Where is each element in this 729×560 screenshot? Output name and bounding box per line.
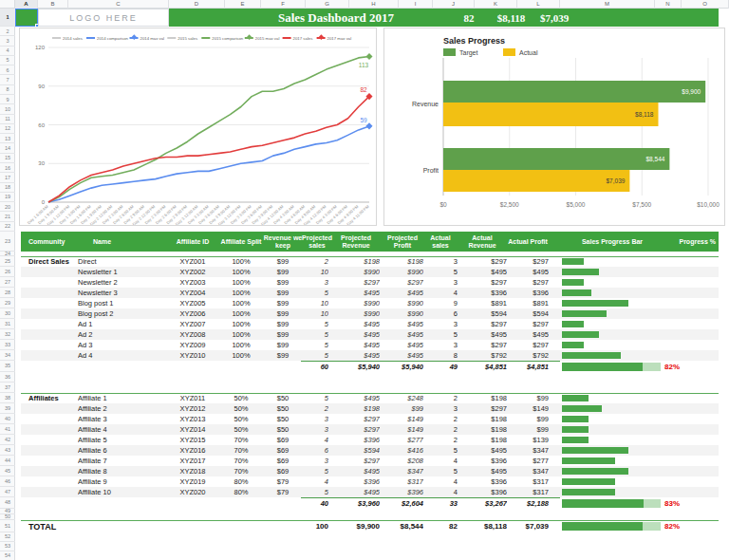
cell-aprofit[interactable]: $297 bbox=[507, 319, 549, 329]
cell-psales[interactable]: 4 bbox=[301, 435, 328, 445]
selected-cell-a1[interactable] bbox=[15, 9, 38, 27]
cell-progress-bar[interactable] bbox=[562, 308, 663, 319]
total-label[interactable]: TOTAL bbox=[21, 520, 84, 532]
cell-progress-bar[interactable] bbox=[562, 288, 663, 298]
row-header-10[interactable]: 10 bbox=[0, 104, 15, 114]
cell-id[interactable]: XYZ004 bbox=[171, 288, 215, 298]
cell-split[interactable]: 50% bbox=[221, 393, 261, 403]
cell-aprofit[interactable]: $594 bbox=[507, 308, 549, 319]
cell-name[interactable]: Affiliate 9 bbox=[78, 476, 169, 487]
cell-aprofit[interactable]: $99 bbox=[507, 414, 549, 424]
cell-aprofit[interactable]: $495 bbox=[507, 267, 549, 277]
cell-id[interactable]: XYZ006 bbox=[171, 308, 215, 319]
cell-split[interactable]: 50% bbox=[221, 403, 261, 414]
cell-asales[interactable]: 2 bbox=[423, 393, 458, 403]
cell-psales[interactable]: 3 bbox=[301, 424, 328, 435]
cell-keep[interactable]: $99 bbox=[263, 319, 303, 329]
column-header-m[interactable]: M bbox=[560, 0, 655, 9]
cell-asales[interactable]: 82 bbox=[423, 520, 458, 532]
cell-keep[interactable]: $99 bbox=[263, 256, 303, 267]
cell-aprofit[interactable]: $792 bbox=[507, 350, 549, 361]
row-header-11[interactable]: 11 bbox=[0, 115, 15, 124]
cell-prev[interactable]: $396 bbox=[328, 476, 380, 487]
cell-id[interactable]: XYZ001 bbox=[171, 256, 215, 267]
cell-asales[interactable]: 3 bbox=[423, 256, 458, 267]
column-header-f[interactable]: F bbox=[261, 0, 306, 9]
cell-pprofit[interactable]: $5,940 bbox=[380, 361, 423, 372]
cell-aprofit[interactable]: $277 bbox=[507, 456, 549, 466]
cell-progress-bar[interactable] bbox=[562, 520, 663, 532]
cell-name[interactable]: Affiliate 1 bbox=[78, 393, 169, 403]
cell-psales[interactable]: 5 bbox=[301, 487, 328, 497]
cell-prev[interactable]: $5,940 bbox=[328, 361, 380, 372]
cell-arev[interactable]: $495 bbox=[458, 445, 507, 456]
cell-psales[interactable]: 6 bbox=[301, 445, 328, 456]
cell-arev[interactable]: $396 bbox=[458, 288, 507, 298]
cell-asales[interactable]: 3 bbox=[423, 319, 458, 329]
cell-progress-bar[interactable] bbox=[562, 267, 663, 277]
cell-psales[interactable]: 5 bbox=[301, 329, 328, 340]
cell-keep[interactable]: $69 bbox=[263, 456, 303, 466]
cell-name[interactable]: Affiliate 4 bbox=[78, 424, 169, 435]
cell-aprofit[interactable]: $4,851 bbox=[507, 361, 549, 372]
cell-arev[interactable]: $8,118 bbox=[458, 520, 507, 532]
cell-name[interactable]: Affiliate 10 bbox=[78, 487, 169, 497]
cell-arev[interactable]: $3,267 bbox=[458, 497, 507, 509]
section-label[interactable]: Affiliates bbox=[21, 393, 84, 403]
row-header-20[interactable]: 20 bbox=[0, 202, 15, 212]
row-header-13[interactable]: 13 bbox=[0, 134, 15, 143]
cell-split[interactable]: 100% bbox=[221, 256, 261, 267]
cell-keep[interactable]: $99 bbox=[263, 267, 303, 277]
column-header-l[interactable]: L bbox=[517, 0, 560, 9]
row-header-22[interactable]: 22 bbox=[0, 222, 15, 232]
cell-progress-bar[interactable] bbox=[562, 340, 663, 350]
cell-arev[interactable]: $4,851 bbox=[458, 361, 507, 372]
cell-keep[interactable]: $69 bbox=[263, 445, 303, 456]
row-header-21[interactable]: 21 bbox=[0, 212, 15, 221]
cell-keep[interactable]: $79 bbox=[263, 487, 303, 497]
row-header-54[interactable]: 54 bbox=[0, 551, 15, 560]
cell-pprofit[interactable]: $495 bbox=[380, 329, 423, 340]
cell-name[interactable]: Affiliate 2 bbox=[78, 403, 169, 414]
row-header-53[interactable]: 53 bbox=[0, 542, 15, 551]
row-header-12[interactable]: 12 bbox=[0, 124, 15, 134]
cell-split[interactable]: 100% bbox=[221, 277, 261, 288]
cell-keep[interactable]: $79 bbox=[263, 476, 303, 487]
cell-progress-bar[interactable] bbox=[562, 466, 663, 476]
cell-split[interactable]: 50% bbox=[221, 414, 261, 424]
cell-pprofit[interactable]: $990 bbox=[380, 308, 423, 319]
cell-name[interactable]: Ad 2 bbox=[78, 329, 169, 340]
cell-asales[interactable]: 4 bbox=[423, 456, 458, 466]
cell-arev[interactable]: $792 bbox=[458, 350, 507, 361]
cell-aprofit[interactable]: $297 bbox=[507, 256, 549, 267]
cell-psales[interactable]: 4 bbox=[301, 476, 328, 487]
cell-prev[interactable]: $495 bbox=[328, 487, 380, 497]
column-header-a[interactable]: A bbox=[15, 0, 38, 9]
cell-prev[interactable]: $990 bbox=[328, 298, 380, 308]
cell-aprofit[interactable]: $891 bbox=[507, 298, 549, 308]
cell-progress-bar[interactable] bbox=[562, 361, 663, 372]
cell-psales[interactable]: 5 bbox=[301, 340, 328, 350]
cell-pprofit[interactable]: $248 bbox=[380, 393, 423, 403]
row-header-15[interactable]: 15 bbox=[0, 154, 15, 163]
cell-asales[interactable]: 5 bbox=[423, 466, 458, 476]
cell-psales[interactable]: 5 bbox=[301, 466, 328, 476]
cell-asales[interactable]: 9 bbox=[423, 298, 458, 308]
cell-psales[interactable]: 3 bbox=[301, 277, 328, 288]
cell-id[interactable]: XYZ009 bbox=[171, 340, 215, 350]
cell-progress-pct[interactable]: 82% bbox=[664, 361, 712, 372]
cell-name[interactable]: Direct bbox=[78, 256, 169, 267]
cell-arev[interactable]: $297 bbox=[458, 277, 507, 288]
cell-psales[interactable]: 5 bbox=[301, 350, 328, 361]
cell-asales[interactable]: 3 bbox=[423, 340, 458, 350]
cell-id[interactable]: XYZ003 bbox=[171, 277, 215, 288]
sales-progress-bar-chart[interactable]: Sales ProgressTargetActual$0$2,500$5,000… bbox=[383, 28, 725, 226]
cell-prev[interactable]: $9,900 bbox=[328, 520, 380, 532]
cell-id[interactable]: XYZ008 bbox=[171, 329, 215, 340]
cell-pprofit[interactable]: $297 bbox=[380, 277, 423, 288]
cell-asales[interactable]: 6 bbox=[423, 308, 458, 319]
cell-keep[interactable]: $50 bbox=[263, 403, 303, 414]
cell-name[interactable]: Ad 4 bbox=[78, 350, 169, 361]
row-header-1[interactable]: 1 bbox=[0, 9, 15, 27]
cell-progress-bar[interactable] bbox=[562, 298, 663, 308]
